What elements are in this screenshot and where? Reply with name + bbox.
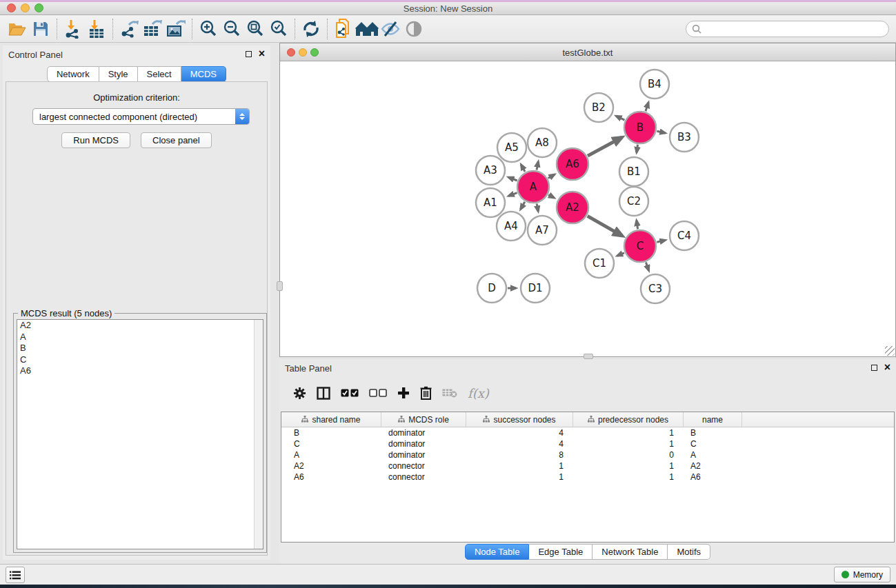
run-mcds-button[interactable]: Run MCDS [61,132,130,148]
tab-network-table[interactable]: Network Table [593,544,668,560]
edge-A-A7[interactable] [537,204,538,212]
close-table-panel-icon[interactable]: × [884,364,890,371]
apply-layout-icon[interactable] [299,19,323,39]
table-row[interactable]: A2connector11A2 [281,460,894,472]
column-label: name [702,415,723,425]
export-image-icon[interactable] [164,19,188,39]
list-scrollbar[interactable] [254,320,263,549]
table-row[interactable]: Bdominator41B [281,427,894,438]
column-header-shared-name[interactable]: shared name [281,412,381,427]
table-header-row: shared nameMCDS rolesuccessor nodesprede… [281,412,894,427]
edge-B-B4[interactable] [646,103,648,112]
add-column-icon[interactable] [397,387,410,399]
column-header-predecessor-nodes[interactable]: predecessor nodes [573,412,684,427]
edge-A-A8[interactable] [537,161,538,170]
show-all-icon[interactable] [402,19,426,39]
node-label-C2: C2 [627,195,641,207]
search-box[interactable] [686,21,889,37]
edge-A-A2[interactable] [548,195,554,198]
edge-C-C3[interactable] [646,263,648,271]
tab-motifs[interactable]: Motifs [668,544,710,560]
tab-mcds[interactable]: MCDS [181,66,226,82]
show-columns-icon[interactable] [317,387,330,400]
first-neighbors-icon[interactable] [355,19,379,39]
export-network-icon[interactable] [117,19,141,39]
hide-selected-icon[interactable] [379,19,402,39]
column-type-icon [483,415,490,425]
tab-select[interactable]: Select [138,66,181,82]
import-network-icon[interactable] [61,19,85,39]
mcds-result-item[interactable]: A [17,332,263,343]
edge-C-C1[interactable] [617,253,624,256]
mcds-result-item[interactable]: A2 [17,320,263,332]
mcds-result-item[interactable]: A6 [17,365,263,377]
float-panel-icon[interactable] [246,51,252,57]
mcds-result-list[interactable]: A2ABCA6 [17,319,263,549]
network-canvas[interactable]: AA1A2A3A4A5A6A7A8BB1B2B3B4CC1C2C3C4DD1 [280,62,895,356]
import-table-icon[interactable] [85,19,108,39]
edge-A-A3[interactable] [508,177,517,181]
memory-button[interactable]: Memory [834,567,890,582]
edge-B-B1[interactable] [637,145,638,153]
control-panel-tabs: NetworkStyleSelectMCDS [3,66,270,82]
criterion-dropdown[interactable]: largest connected component (directed) [32,108,250,125]
open-session-icon[interactable] [6,19,29,39]
network-bottom-handle[interactable] [584,354,593,359]
table-cell: B [281,428,381,438]
table-row[interactable]: A6connector11A6 [281,472,894,483]
optimization-criterion-label: Optimization criterion: [6,92,267,103]
tab-style[interactable]: Style [99,66,138,82]
network-from-selection-icon[interactable] [332,19,355,39]
edge-A-A5[interactable] [521,165,525,172]
edge-B-B2[interactable] [616,116,624,120]
tab-edge-table[interactable]: Edge Table [529,544,593,560]
search-input[interactable] [704,24,888,34]
save-session-icon[interactable] [29,19,52,39]
edge-A-A4[interactable] [521,202,525,210]
function-builder-icon[interactable]: f(x) [468,386,489,401]
network-graph[interactable]: AA1A2A3A4A5A6A7A8BB1B2B3B4CC1C2C3C4DD1 [280,62,895,357]
column-header-name[interactable]: name [684,412,742,427]
edge-B-B3[interactable] [657,131,665,133]
export-table-icon[interactable] [141,19,164,39]
table-cell: 1 [573,439,684,449]
settings-icon[interactable] [293,387,306,400]
table-row[interactable]: Cdominator41C [281,438,894,449]
node-label-C4: C4 [677,230,691,242]
tab-network[interactable]: Network [47,66,99,82]
toolbar-separator [112,19,113,39]
deselect-all-checkboxes-icon[interactable] [369,389,387,397]
dropdown-spinner-icon[interactable] [235,109,249,124]
mcds-result-item[interactable]: C [17,354,263,366]
table-row[interactable]: Adominator80A [281,449,894,460]
edge-A6-B[interactable] [588,137,622,156]
zoom-selected-icon[interactable] [267,19,290,39]
column-header-successor-nodes[interactable]: successor nodes [466,412,573,427]
column-header-MCDS-role[interactable]: MCDS role [381,412,466,427]
delete-column-icon[interactable] [420,386,432,400]
tab-node-table[interactable]: Node Table [465,544,530,560]
network-window-titlebar[interactable]: testGlobe.txt [280,43,895,61]
table-cell: 1 [573,461,684,471]
node-table[interactable]: shared nameMCDS rolesuccessor nodesprede… [281,412,895,543]
mcds-result-item[interactable]: B [17,343,263,354]
edge-A2-C[interactable] [588,216,622,236]
close-panel-icon[interactable]: × [259,50,265,57]
table-cell: 1 [466,472,573,482]
edge-A-A6[interactable] [548,174,555,179]
select-all-checkboxes-icon[interactable] [341,389,359,397]
zoom-in-icon[interactable] [197,19,220,39]
zoom-fit-icon[interactable] [243,19,267,39]
session-title: Session: New Session [0,3,896,14]
delete-table-icon[interactable] [442,388,457,398]
resize-grip-icon[interactable] [885,346,895,356]
float-table-panel-icon[interactable] [871,365,877,371]
network-left-handle[interactable] [277,281,283,291]
task-history-button[interactable] [6,567,25,583]
edge-C-C4[interactable] [657,240,665,242]
edge-A-A1[interactable] [508,193,517,196]
edge-C-C2[interactable] [637,221,638,230]
table-cell: 1 [573,428,684,438]
close-panel-button[interactable]: Close panel [141,132,212,148]
zoom-out-icon[interactable] [220,19,243,39]
